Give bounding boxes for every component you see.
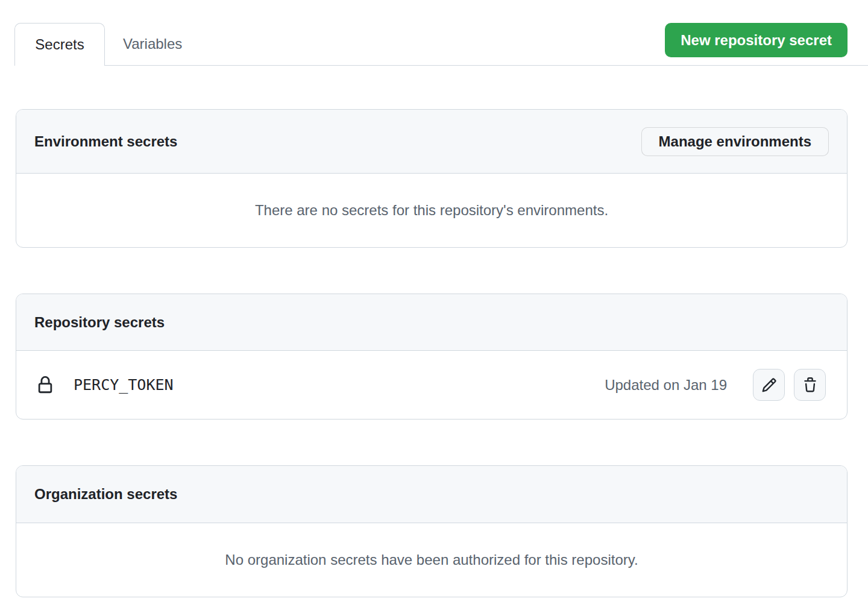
organization-secrets-header: Organization secrets — [16, 466, 847, 523]
environment-secrets-empty-message: There are no secrets for this repository… — [16, 174, 847, 247]
environment-secrets-title: Environment secrets — [34, 133, 177, 150]
new-repository-secret-button[interactable]: New repository secret — [665, 23, 848, 57]
environment-secrets-section: Environment secrets Manage environments … — [16, 109, 848, 248]
delete-secret-button[interactable] — [794, 369, 826, 401]
secret-updated-text: Updated on Jan 19 — [605, 377, 727, 394]
repository-secrets-section: Repository secrets PERCY_TOKEN Updated o… — [16, 294, 848, 420]
organization-secrets-section: Organization secrets No organization sec… — [16, 465, 848, 597]
repository-secrets-header: Repository secrets — [16, 294, 847, 351]
secret-name: PERCY_TOKEN — [74, 376, 174, 394]
secret-row: PERCY_TOKEN Updated on Jan 19 — [16, 351, 847, 419]
lock-icon — [36, 376, 54, 394]
tab-variables[interactable]: Variables — [105, 23, 200, 65]
edit-secret-button[interactable] — [753, 369, 785, 401]
tab-secrets-label: Secrets — [35, 36, 84, 53]
manage-environments-button[interactable]: Manage environments — [641, 127, 829, 156]
pencil-icon — [761, 377, 777, 393]
environment-secrets-header: Environment secrets Manage environments — [16, 110, 847, 174]
repository-secrets-title: Repository secrets — [34, 314, 165, 331]
tab-secrets[interactable]: Secrets — [14, 23, 105, 66]
organization-secrets-title: Organization secrets — [34, 486, 177, 503]
trash-icon — [802, 377, 818, 393]
organization-secrets-empty-message: No organization secrets have been author… — [16, 523, 847, 597]
tab-variables-label: Variables — [123, 36, 182, 52]
